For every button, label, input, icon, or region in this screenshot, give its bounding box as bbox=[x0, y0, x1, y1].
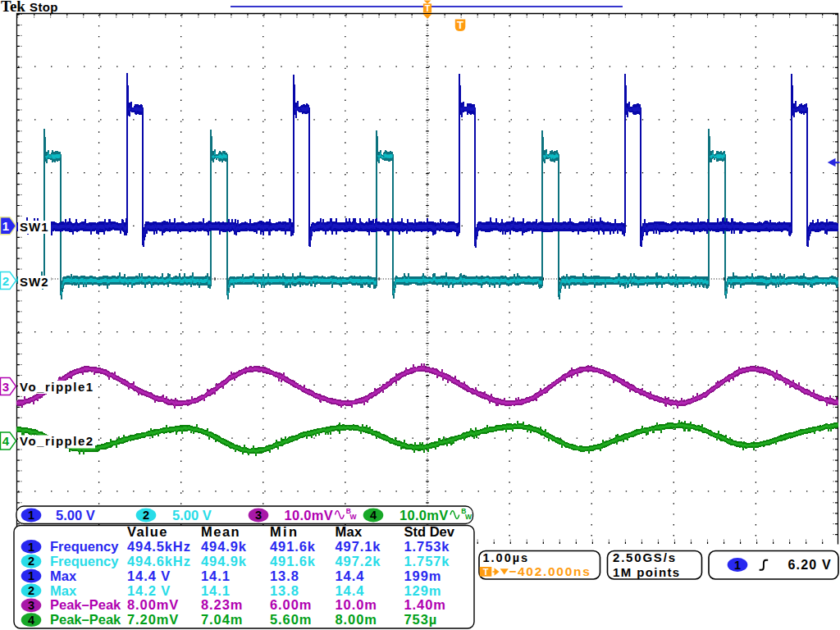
svg-text:5.60m: 5.60m bbox=[270, 612, 312, 627]
svg-text:129m: 129m bbox=[404, 583, 442, 598]
svg-text:Min: Min bbox=[270, 524, 299, 539]
svg-text:7.20mV: 7.20mV bbox=[127, 612, 179, 627]
svg-text:T: T bbox=[425, 3, 431, 13]
svg-text:8.00m: 8.00m bbox=[336, 612, 377, 627]
svg-text:Mean: Mean bbox=[201, 524, 240, 539]
svg-text:753µ: 753µ bbox=[404, 612, 438, 627]
svg-text:SW2: SW2 bbox=[20, 275, 49, 289]
svg-text:14.1: 14.1 bbox=[201, 568, 231, 583]
svg-text:Stop: Stop bbox=[30, 0, 58, 14]
svg-text:4: 4 bbox=[28, 614, 34, 627]
svg-text:491.6k: 491.6k bbox=[270, 539, 316, 554]
svg-text:13.8: 13.8 bbox=[270, 583, 299, 598]
svg-text:494.9k: 494.9k bbox=[201, 554, 247, 568]
svg-text:2: 2 bbox=[143, 509, 149, 522]
svg-text:1: 1 bbox=[734, 559, 741, 572]
svg-text:494.5kHz: 494.5kHz bbox=[127, 539, 191, 554]
svg-text:13.8: 13.8 bbox=[270, 568, 299, 583]
svg-text:Value: Value bbox=[127, 524, 168, 539]
svg-text:14.4: 14.4 bbox=[336, 583, 365, 598]
svg-text:10.0mV: 10.0mV bbox=[285, 508, 334, 523]
svg-text:7.04m: 7.04m bbox=[201, 612, 243, 627]
svg-text:4: 4 bbox=[2, 434, 10, 448]
svg-text:494.6kHz: 494.6kHz bbox=[127, 554, 191, 568]
svg-text:Peak–Peak: Peak–Peak bbox=[50, 597, 121, 612]
svg-text:8.23m: 8.23m bbox=[201, 597, 243, 612]
svg-text:Peak–Peak: Peak–Peak bbox=[50, 612, 121, 627]
svg-text:Frequency: Frequency bbox=[50, 539, 119, 554]
svg-text:−402.000ns: −402.000ns bbox=[509, 564, 591, 578]
svg-text:1: 1 bbox=[28, 569, 34, 582]
svg-text:Vo_ripple2: Vo_ripple2 bbox=[20, 434, 94, 448]
svg-text:5.00 V: 5.00 V bbox=[56, 508, 95, 523]
svg-text:6.20 V: 6.20 V bbox=[788, 558, 832, 572]
svg-text:10.0mV: 10.0mV bbox=[399, 508, 449, 523]
svg-text:1: 1 bbox=[2, 219, 9, 233]
svg-text:Vo_ripple1: Vo_ripple1 bbox=[20, 380, 94, 394]
svg-text:2: 2 bbox=[28, 555, 34, 568]
svg-text:W: W bbox=[350, 513, 358, 521]
svg-text:W: W bbox=[465, 513, 472, 521]
svg-text:Tek: Tek bbox=[1, 0, 25, 15]
svg-text:3: 3 bbox=[255, 509, 262, 522]
svg-text:497.1k: 497.1k bbox=[336, 539, 381, 554]
svg-text:5.00 V: 5.00 V bbox=[172, 508, 212, 523]
svg-text:1.00µs: 1.00µs bbox=[483, 551, 530, 564]
svg-text:14.1: 14.1 bbox=[201, 583, 231, 598]
svg-text:199m: 199m bbox=[404, 568, 442, 583]
svg-text:Std Dev: Std Dev bbox=[404, 524, 455, 539]
svg-text:8.00mV: 8.00mV bbox=[127, 597, 179, 612]
svg-text:T: T bbox=[483, 567, 489, 577]
svg-text:1.40m: 1.40m bbox=[404, 597, 446, 612]
svg-text:1M points: 1M points bbox=[613, 565, 681, 579]
svg-text:Frequency: Frequency bbox=[50, 554, 119, 568]
svg-text:1.757k: 1.757k bbox=[404, 554, 450, 568]
svg-text:SW1: SW1 bbox=[20, 220, 49, 234]
svg-text:1: 1 bbox=[28, 509, 34, 522]
svg-text:T: T bbox=[457, 19, 463, 31]
svg-text:3: 3 bbox=[2, 380, 9, 394]
svg-text:3: 3 bbox=[28, 599, 34, 612]
svg-text:4: 4 bbox=[370, 509, 377, 522]
svg-text:6.00m: 6.00m bbox=[270, 597, 312, 612]
svg-text:10.0m: 10.0m bbox=[336, 597, 377, 612]
svg-text:Max: Max bbox=[50, 583, 77, 598]
svg-text:2: 2 bbox=[2, 274, 9, 288]
svg-text:2.50GS/s: 2.50GS/s bbox=[613, 550, 677, 564]
svg-text:491.6k: 491.6k bbox=[270, 554, 316, 568]
svg-text:Max: Max bbox=[50, 568, 77, 583]
svg-text:14.4: 14.4 bbox=[336, 568, 365, 583]
svg-text:2: 2 bbox=[28, 584, 34, 597]
svg-text:1: 1 bbox=[28, 541, 34, 554]
svg-text:494.9k: 494.9k bbox=[201, 539, 247, 554]
svg-text:1.753k: 1.753k bbox=[404, 539, 450, 554]
svg-text:497.2k: 497.2k bbox=[336, 554, 381, 568]
svg-text:14.4 V: 14.4 V bbox=[127, 568, 171, 583]
svg-text:14.2 V: 14.2 V bbox=[127, 583, 171, 598]
svg-text:Max: Max bbox=[336, 524, 363, 539]
